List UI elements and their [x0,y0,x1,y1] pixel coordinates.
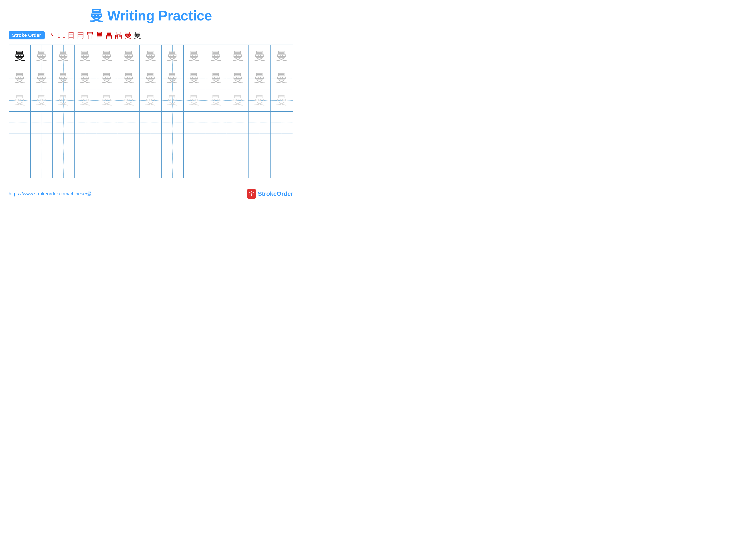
grid-cell [140,112,162,134]
practice-char: 曼 [80,73,91,84]
grid-cell: 曼 [140,67,162,89]
grid-cell: 曼 [53,67,74,89]
practice-char: 曼 [101,95,113,106]
practice-char: 曼 [36,50,47,62]
grid-cell [118,112,140,134]
grid-cell: 曼 [9,67,31,89]
practice-char: 曼 [14,95,25,106]
practice-char: 曼 [189,73,200,84]
grid-cell [227,112,249,134]
grid-cell [140,156,162,178]
grid-row-4 [9,112,293,134]
practice-char: 曼 [210,50,222,62]
grid-cell: 曼 [118,89,140,111]
grid-cell: 曼 [271,89,293,111]
grid-cell [96,112,118,134]
grid-cell: 曼 [227,89,249,111]
grid-cell [53,112,74,134]
grid-row-6 [9,156,293,178]
grid-cell: 曼 [140,89,162,111]
brand-text: StrokeOrder [258,191,293,197]
grid-cell: 曼 [118,45,140,67]
grid-cell [74,112,96,134]
stroke-step-4: 日 [68,30,75,40]
practice-char: 曼 [189,50,200,62]
grid-cell [249,112,271,134]
grid-cell: 曼 [118,67,140,89]
grid-cell: 曼 [184,45,205,67]
grid-cell: 曼 [74,45,96,67]
practice-char: 曼 [101,50,113,62]
stroke-sequence: 丶 𠃍 𠃊 日 冃 冒 昌 昌 晶 曼 曼 [48,30,141,40]
grid-cell [53,156,74,178]
grid-cell: 曼 [53,45,74,67]
stroke-step-5: 冃 [77,30,84,40]
grid-cell: 曼 [74,89,96,111]
practice-char: 曼 [58,95,69,106]
grid-cell [53,134,74,156]
grid-cell: 曼 [96,45,118,67]
grid-cell [31,134,53,156]
grid-cell [205,112,227,134]
grid-cell: 曼 [31,67,53,89]
practice-char: 曼 [101,73,113,84]
grid-cell [96,134,118,156]
grid-cell [31,112,53,134]
grid-row-3: 曼 曼 曼 曼 曼 曼 曼 曼 曼 曼 曼 曼 曼 [9,89,293,112]
grid-cell: 曼 [205,67,227,89]
grid-cell [184,156,205,178]
footer: https://www.strokeorder.com/chinese/曼 字 … [9,189,293,199]
practice-char: 曼 [232,73,244,84]
grid-cell [9,134,31,156]
grid-cell [184,112,205,134]
practice-char: 曼 [58,73,69,84]
grid-cell: 曼 [227,45,249,67]
practice-char: 曼 [254,95,265,106]
stroke-step-7: 昌 [96,30,103,40]
grid-cell [227,134,249,156]
practice-char: 曼 [80,50,91,62]
practice-char: 曼 [276,95,287,106]
stroke-order-section: Stroke Order 丶 𠃍 𠃊 日 冃 冒 昌 昌 晶 曼 曼 [9,30,293,40]
grid-cell [249,134,271,156]
grid-cell [205,134,227,156]
title-text: Writing Practice [103,8,212,23]
grid-cell: 曼 [96,89,118,111]
grid-cell [118,134,140,156]
practice-char: 曼 [145,73,156,84]
grid-cell [9,112,31,134]
grid-cell [96,156,118,178]
grid-cell: 曼 [74,67,96,89]
practice-char: 曼 [123,73,134,84]
practice-char: 曼 [167,73,178,84]
practice-char: 曼 [123,50,134,62]
grid-cell: 曼 [249,89,271,111]
grid-row-5 [9,134,293,156]
page-title: 曼 Writing Practice [9,7,293,25]
stroke-step-final: 曼 [134,30,141,40]
grid-cell [271,156,293,178]
practice-char: 曼 [14,50,25,62]
practice-char: 曼 [145,50,156,62]
practice-char: 曼 [123,95,134,106]
grid-cell: 曼 [205,45,227,67]
practice-grid: 曼 曼 曼 曼 曼 曼 曼 曼 曼 曼 曼 曼 曼 曼 曼 曼 曼 曼 曼 曼 … [9,45,293,178]
grid-cell: 曼 [271,45,293,67]
grid-cell [9,156,31,178]
practice-char: 曼 [232,95,244,106]
grid-row-2: 曼 曼 曼 曼 曼 曼 曼 曼 曼 曼 曼 曼 曼 [9,67,293,89]
grid-cell [227,156,249,178]
footer-brand: 字 StrokeOrder [247,189,293,199]
grid-cell: 曼 [53,89,74,111]
practice-char: 曼 [276,73,287,84]
practice-char: 曼 [254,73,265,84]
practice-char: 曼 [210,95,222,106]
grid-cell: 曼 [184,89,205,111]
stroke-order-badge: Stroke Order [9,31,44,39]
stroke-step-1: 丶 [48,30,56,40]
grid-cell: 曼 [140,45,162,67]
grid-cell: 曼 [162,89,184,111]
grid-cell [271,134,293,156]
grid-row-1: 曼 曼 曼 曼 曼 曼 曼 曼 曼 曼 曼 曼 曼 [9,45,293,67]
practice-char: 曼 [189,95,200,106]
